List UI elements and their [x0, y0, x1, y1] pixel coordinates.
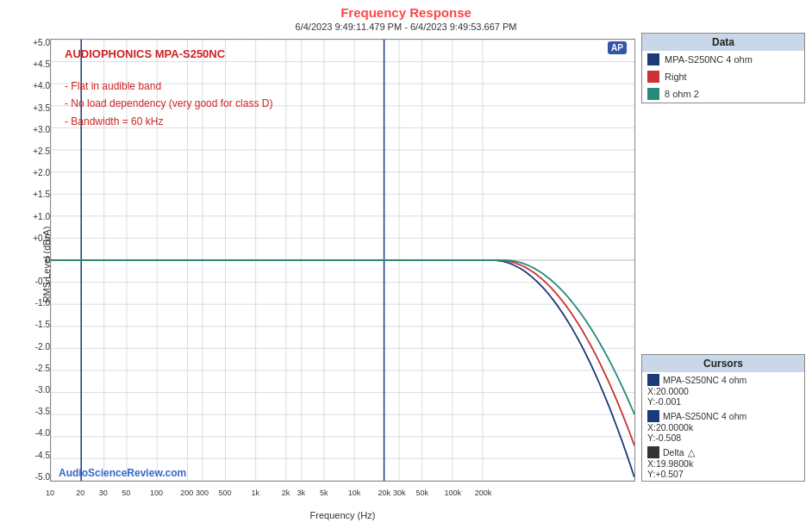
cursor-item: Delta△X:19.9800kY:+0.507: [642, 445, 804, 481]
data-legend-header: Data: [642, 34, 804, 51]
x-tick: 500: [219, 489, 232, 497]
cursor-color: [647, 374, 659, 386]
cursors-legend: Cursors MPA-S250NC 4 ohmX:20.0000Y:-0.00…: [641, 354, 805, 482]
legend-color: [647, 71, 659, 83]
cursor-label-text: Delta△: [663, 447, 695, 457]
x-tick: 50: [122, 489, 130, 497]
x-tick: 20k: [378, 489, 390, 497]
x-tick: 300: [196, 489, 209, 497]
legend-item: MPA-S250NC 4 ohm: [642, 51, 804, 68]
y-tick: +2.0: [22, 169, 50, 177]
legend-item: Right: [642, 68, 804, 85]
annotation-bullet-2: - No load dependency (very good for clas…: [65, 95, 272, 112]
y-tick: -5.0: [22, 473, 50, 482]
chart-container: Frequency Response 6/4/2023 9:49:11.479 …: [0, 0, 812, 529]
x-tick: 20: [76, 489, 84, 497]
cursor-items: MPA-S250NC 4 ohmX:20.0000Y:-0.001MPA-S25…: [642, 372, 804, 481]
y-tick: -2.5: [22, 364, 50, 373]
annotation-bullets: - Flat in audible band - No load depende…: [65, 78, 272, 130]
chart-subtitle: 6/4/2023 9:49:11.479 PM - 6/4/2023 9:49:…: [0, 20, 812, 32]
y-tick: -2.0: [22, 343, 50, 352]
cursor-x-value: X:20.0000: [647, 386, 799, 396]
cursor-item: MPA-S250NC 4 ohmX:20.0000kY:-0.508: [642, 408, 804, 445]
cursors-legend-header: Cursors: [642, 355, 804, 372]
data-legend: Data MPA-S250NC 4 ohmRight8 ohm 2: [641, 33, 805, 103]
x-tick: 50k: [416, 489, 429, 497]
y-tick: +3.0: [22, 126, 50, 134]
x-tick: 5k: [320, 489, 328, 497]
legend-label: 8 ohm 2: [665, 89, 699, 99]
x-tick: 100k: [444, 489, 461, 497]
y-tick: -1.0: [22, 299, 50, 308]
x-tick: 10: [46, 489, 54, 497]
x-tick: 2k: [282, 489, 290, 497]
legend-label: Right: [665, 72, 687, 82]
legend-item: 8 ohm 2: [642, 85, 804, 103]
y-tick: +1.0: [22, 213, 50, 221]
y-tick: -1.5: [22, 321, 50, 329]
x-tick: 10k: [348, 489, 361, 497]
cursor-label-text: MPA-S250NC 4 ohm: [663, 411, 746, 421]
annotation-bullet-1: - Flat in audible band: [65, 78, 272, 95]
legend-label: MPA-S250NC 4 ohm: [665, 54, 753, 65]
y-tick: -4.5: [22, 451, 50, 460]
cursor-item: MPA-S250NC 4 ohmX:20.0000Y:-0.001: [642, 372, 804, 408]
x-tick: 200k: [475, 489, 492, 497]
annotation-title: AUDIOPHONICS MPA-S250NC: [65, 47, 225, 60]
y-tick: +5.0: [22, 39, 50, 47]
x-tick: 3k: [297, 489, 306, 497]
chart-title: Frequency Response: [0, 0, 812, 20]
y-tick: -4.0: [22, 429, 50, 438]
cursor-x-value: X:19.9800k: [647, 458, 799, 469]
cursor-y-value: Y:-0.001: [647, 396, 799, 407]
y-tick: +3.5: [22, 104, 50, 113]
y-tick: +4.5: [22, 60, 50, 69]
x-tick: 100: [150, 489, 163, 497]
cursor-x-value: X:20.0000k: [647, 422, 799, 433]
legend-color: [647, 88, 659, 100]
x-axis-ticks: 102030501002003005001k2k3k5k10k20k30k50k…: [50, 484, 635, 501]
y-tick: 0: [22, 256, 50, 264]
x-tick: 1k: [252, 489, 260, 497]
cursor-color: [647, 410, 659, 422]
y-tick: +2.5: [22, 147, 50, 156]
y-axis-ticks: +5.0+4.5+4.0+3.5+3.0+2.5+2.0+1.5+1.0+0.5…: [22, 39, 50, 482]
y-tick: +0.5: [22, 234, 50, 243]
y-tick: -3.0: [22, 386, 50, 395]
annotation-bullet-3: - Bandwidth = 60 kHz: [65, 113, 272, 130]
x-tick: 200: [180, 489, 193, 497]
cursor-label-text: MPA-S250NC 4 ohm: [663, 375, 746, 385]
x-tick: 30k: [393, 489, 406, 497]
y-tick: +4.0: [22, 82, 50, 90]
y-tick: +1.5: [22, 190, 50, 199]
legend-color: [647, 53, 659, 65]
x-tick: 30: [99, 489, 108, 497]
ap-logo: AP: [608, 41, 627, 54]
cursor-color: [647, 446, 659, 458]
legend-items: MPA-S250NC 4 ohmRight8 ohm 2: [642, 51, 804, 103]
y-tick: -3.5: [22, 408, 50, 416]
cursor-y-value: Y:-0.508: [647, 433, 799, 443]
watermark: AudioScienceReview.com: [59, 467, 186, 479]
x-axis-label: Frequency (Hz): [50, 510, 635, 520]
y-tick: -0.5: [22, 277, 50, 286]
cursor-y-value: Y:+0.507: [647, 469, 799, 479]
